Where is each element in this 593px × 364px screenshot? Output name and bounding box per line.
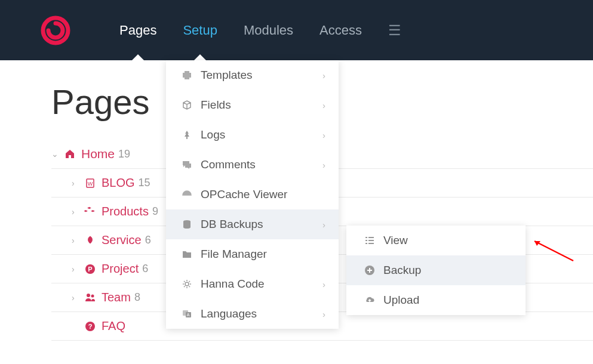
- users-icon: [84, 292, 97, 303]
- svg-rect-18: [365, 243, 367, 244]
- cloud-upload-icon: [362, 295, 377, 306]
- tree-blog-count: 15: [139, 177, 150, 189]
- svg-text:P: P: [88, 266, 92, 273]
- menu-fields[interactable]: Fields ›: [166, 90, 339, 120]
- sun-icon: [179, 279, 195, 289]
- svg-point-5: [87, 294, 90, 297]
- tree-products-count: 9: [152, 205, 158, 218]
- chevron-right-icon[interactable]: ›: [72, 178, 84, 188]
- svg-text:W: W: [88, 181, 93, 187]
- home-icon: [63, 149, 76, 159]
- logo[interactable]: [38, 13, 73, 48]
- chevron-right-icon: ›: [322, 279, 325, 289]
- tree-project-count: 6: [142, 263, 148, 275]
- menu-languages[interactable]: A Languages ›: [166, 299, 339, 329]
- tree-service-count: 6: [145, 234, 151, 246]
- nav-pages[interactable]: Pages: [106, 0, 170, 60]
- leaf-icon: [84, 235, 97, 246]
- svg-rect-14: [365, 237, 367, 238]
- tree-blog-label: BLOG: [102, 176, 135, 190]
- menu-languages-label: Languages: [201, 307, 257, 320]
- svg-rect-19: [368, 243, 374, 244]
- menu-templates-label: Templates: [201, 69, 253, 82]
- setup-dropdown: Templates › Fields › Logs › Comments › O…: [166, 60, 339, 329]
- submenu-backup-label: Backup: [383, 264, 421, 277]
- project-icon: P: [84, 264, 97, 274]
- menu-opcache[interactable]: OPCache Viewer: [166, 180, 339, 209]
- nav-modules-label: Modules: [244, 23, 293, 38]
- comments-icon: [179, 159, 195, 170]
- nav-pages-label: Pages: [119, 23, 156, 38]
- tree-project-label: Project: [102, 262, 139, 276]
- menu-dbbackups[interactable]: DB Backups ›: [166, 209, 339, 239]
- tree-service-label: Service: [102, 233, 142, 247]
- svg-rect-15: [368, 237, 374, 238]
- nav-access[interactable]: Access: [306, 0, 375, 60]
- topbar: Pages Setup Modules Access ☰: [0, 0, 593, 60]
- menu-dbbackups-label: DB Backups: [201, 218, 263, 231]
- question-icon: ?: [84, 321, 97, 332]
- menu-hannacode[interactable]: Hanna Code ›: [166, 269, 339, 299]
- logo-icon: [41, 16, 70, 45]
- svg-text:?: ?: [88, 323, 93, 330]
- cubes-icon: [84, 206, 97, 217]
- blog-icon: W: [84, 178, 97, 189]
- chevron-right-icon: ›: [322, 309, 325, 319]
- menu-logs[interactable]: Logs ›: [166, 120, 339, 150]
- menu-opcache-label: OPCache Viewer: [201, 188, 287, 201]
- templates-icon: [179, 70, 195, 81]
- dbbackups-submenu: View Backup Upload: [346, 226, 526, 315]
- cube-icon: [179, 100, 195, 110]
- svg-point-6: [91, 294, 94, 297]
- plus-circle-icon: [362, 265, 377, 276]
- menu-logs-label: Logs: [201, 128, 225, 141]
- nav-setup[interactable]: Setup: [170, 0, 231, 60]
- chevron-right-icon: ›: [322, 220, 325, 230]
- hamburger-icon[interactable]: ☰: [375, 22, 414, 39]
- tree-icon: [179, 129, 195, 140]
- tree-team-label: Team: [102, 291, 131, 304]
- tree-faq-label: FAQ: [102, 319, 125, 333]
- menu-hannacode-label: Hanna Code: [201, 277, 265, 291]
- chevron-right-icon[interactable]: ›: [72, 236, 84, 245]
- chevron-right-icon[interactable]: ›: [72, 264, 84, 274]
- nav-access-label: Access: [319, 23, 362, 38]
- database-icon: [179, 219, 195, 230]
- tree-home-count: 19: [118, 148, 130, 161]
- chevron-right-icon: ›: [322, 70, 325, 81]
- svg-text:A: A: [187, 313, 190, 317]
- chevron-right-icon[interactable]: ›: [72, 207, 84, 217]
- chevron-right-icon: ›: [322, 160, 325, 170]
- menu-fields-label: Fields: [201, 98, 231, 112]
- chevron-right-icon[interactable]: ›: [72, 293, 84, 303]
- menu-filemanager[interactable]: File Manager: [166, 239, 339, 269]
- list-icon: [362, 235, 377, 246]
- tree-home-label: Home: [81, 147, 115, 161]
- menu-filemanager-label: File Manager: [201, 248, 267, 261]
- submenu-upload-label: Upload: [383, 294, 419, 307]
- nav-setup-label: Setup: [183, 23, 217, 38]
- nav-modules[interactable]: Modules: [231, 0, 306, 60]
- chevron-right-icon: ›: [322, 100, 325, 110]
- submenu-view[interactable]: View: [346, 226, 526, 255]
- arrow-annotation: [529, 234, 576, 264]
- menu-comments-label: Comments: [201, 158, 256, 171]
- svg-rect-16: [365, 240, 367, 241]
- chevron-right-icon: ›: [322, 130, 325, 140]
- folder-icon: [179, 249, 195, 260]
- chevron-down-icon[interactable]: ⌄: [51, 149, 63, 159]
- submenu-backup[interactable]: Backup: [346, 255, 526, 285]
- svg-rect-17: [368, 240, 374, 241]
- dashboard-icon: [179, 189, 195, 200]
- submenu-view-label: View: [383, 234, 408, 247]
- submenu-upload[interactable]: Upload: [346, 285, 526, 315]
- menu-templates[interactable]: Templates ›: [166, 60, 339, 90]
- menu-comments[interactable]: Comments ›: [166, 150, 339, 180]
- language-icon: A: [179, 309, 195, 319]
- tree-products-label: Products: [102, 205, 149, 218]
- tree-team-count: 8: [134, 291, 140, 304]
- main-nav: Pages Setup Modules Access ☰: [106, 0, 414, 60]
- svg-point-10: [185, 282, 189, 286]
